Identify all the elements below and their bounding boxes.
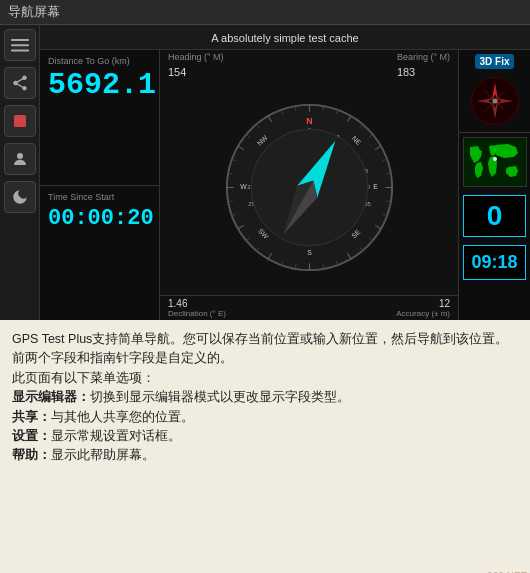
person-button[interactable] bbox=[4, 143, 36, 175]
bottom-info-row: 1.46 Declination (° E) 12 Accuracy (± m) bbox=[160, 295, 458, 320]
main-content: A absolutely simple test cache Distance … bbox=[40, 25, 530, 320]
distance-section: Distance To Go (km) 5692.1 bbox=[40, 50, 159, 186]
svg-point-4 bbox=[17, 153, 23, 159]
title-text: 导航屏幕 bbox=[8, 4, 60, 19]
world-map-container bbox=[463, 137, 527, 187]
bearing-label: Bearing (° M) bbox=[397, 52, 450, 62]
heading-value: 154 bbox=[168, 66, 224, 78]
bearing-group: Bearing (° M) 183 bbox=[397, 52, 450, 78]
top-row: Distance To Go (km) 5692.1 Time Since St… bbox=[40, 50, 530, 320]
cache-name-text: A absolutely simple test cache bbox=[211, 32, 358, 44]
svg-text:W: W bbox=[240, 183, 247, 190]
right-panel: 3D Fix bbox=[458, 50, 530, 320]
description-panel: GPS Test Plus支持简单导航。您可以保存当前位置或输入新位置，然后导航… bbox=[0, 320, 530, 573]
left-panel: Distance To Go (km) 5692.1 Time Since St… bbox=[40, 50, 160, 320]
bearing-value: 183 bbox=[397, 66, 450, 78]
svg-text:E: E bbox=[373, 183, 378, 190]
stop-button[interactable] bbox=[4, 105, 36, 137]
fix-badge: 3D Fix bbox=[475, 54, 513, 69]
desc-help-label: 帮助： bbox=[12, 448, 51, 462]
world-map-icon bbox=[466, 141, 524, 183]
clock-value: 09:18 bbox=[471, 252, 517, 272]
compass-rose-icon bbox=[466, 76, 524, 126]
compass-rose-container bbox=[465, 73, 525, 128]
menu-button[interactable] bbox=[4, 29, 36, 61]
description-text: GPS Test Plus支持简单导航。您可以保存当前位置或输入新位置，然后导航… bbox=[12, 330, 518, 466]
desc-share-label: 共享： bbox=[12, 410, 51, 424]
time-section: Time Since Start 00:00:20 bbox=[40, 186, 159, 321]
accuracy-value: 12 bbox=[396, 298, 450, 309]
declination-value: 1.46 bbox=[168, 298, 226, 309]
desc-editor-label: 显示编辑器： bbox=[12, 390, 90, 404]
svg-text:S: S bbox=[307, 249, 312, 256]
left-sidebar bbox=[0, 25, 40, 320]
zero-display: 0 bbox=[463, 195, 526, 237]
svg-rect-3 bbox=[14, 115, 26, 127]
zero-value: 0 bbox=[487, 200, 503, 231]
svg-point-75 bbox=[493, 157, 497, 161]
desc-paragraph-2: 此页面有以下菜单选项： bbox=[12, 371, 155, 385]
desc-settings-content: 显示常规设置对话框。 bbox=[51, 429, 181, 443]
desc-editor-content: 切换到显示编辑器模式以更改显示字段类型。 bbox=[90, 390, 350, 404]
desc-paragraph-1: GPS Test Plus支持简单导航。您可以保存当前位置或输入新位置，然后导航… bbox=[12, 332, 508, 365]
nav-screen: A absolutely simple test cache Distance … bbox=[0, 25, 530, 320]
svg-rect-1 bbox=[11, 44, 29, 46]
heading-label: Heading (° M) bbox=[168, 52, 224, 62]
declination-label: Declination (° E) bbox=[168, 309, 226, 318]
desc-settings-label: 设置： bbox=[12, 429, 51, 443]
distance-label: Distance To Go (km) bbox=[48, 56, 151, 66]
accuracy-label: Accuracy (± m) bbox=[396, 309, 450, 318]
svg-point-73 bbox=[492, 98, 497, 103]
night-mode-button[interactable] bbox=[4, 181, 36, 213]
cache-name-bar: A absolutely simple test cache bbox=[40, 25, 530, 50]
compass-wrapper: N NE E SE S SW W NW 0 45 60 75 bbox=[160, 80, 458, 295]
accuracy-group: 12 Accuracy (± m) bbox=[396, 298, 450, 318]
hb-row: Heading (° M) 154 Bearing (° M) 183 bbox=[160, 50, 458, 80]
desc-share-content: 与其他人共享您的位置。 bbox=[51, 410, 194, 424]
distance-value: 5692.1 bbox=[48, 70, 151, 100]
compass-svg: N NE E SE S SW W NW 0 45 60 75 bbox=[222, 100, 397, 275]
svg-rect-0 bbox=[11, 39, 29, 41]
compass-area: Heading (° M) 154 Bearing (° M) 183 bbox=[160, 50, 458, 320]
right-top: 3D Fix bbox=[459, 50, 530, 133]
declination-group: 1.46 Declination (° E) bbox=[168, 298, 226, 318]
clock-display: 09:18 bbox=[463, 245, 526, 280]
svg-rect-2 bbox=[11, 50, 29, 52]
heading-group: Heading (° M) 154 bbox=[168, 52, 224, 78]
share-button[interactable] bbox=[4, 67, 36, 99]
desc-help-content: 显示此帮助屏幕。 bbox=[51, 448, 155, 462]
svg-text:N: N bbox=[306, 116, 312, 126]
time-since-value: 00:00:20 bbox=[48, 206, 151, 231]
time-since-label: Time Since Start bbox=[48, 192, 151, 202]
title-bar: 导航屏幕 bbox=[0, 0, 530, 25]
